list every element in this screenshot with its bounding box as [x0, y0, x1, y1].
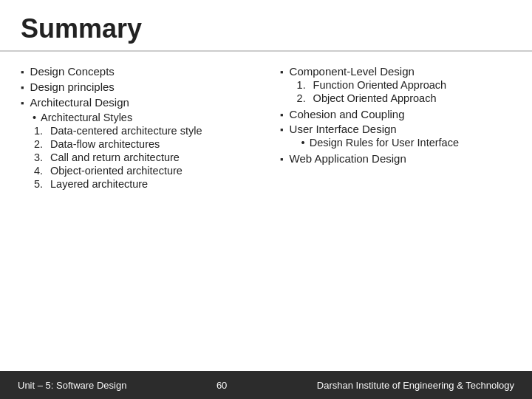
footer-institute-name: Darshan Institute of Engineering & Techn… — [317, 380, 514, 391]
number-label: 1. — [297, 79, 313, 91]
number-label: 4. — [34, 165, 50, 177]
architectural-sub-list: • Architectural Styles — [21, 112, 258, 123]
ui-sub-item: • Design Rules for User Interface — [301, 137, 459, 149]
list-item-architectural-design: ▪ Architectural Design — [21, 96, 258, 109]
slide-header: Summary — [0, 0, 532, 52]
numbered-item-1: 1. Data-centered architecture style — [34, 125, 258, 137]
number-label: 1. — [34, 125, 50, 137]
list-item-component-level: ▪ Component-Level Design 1. Function Ori… — [280, 65, 517, 106]
slide-footer: Unit – 5: Software Design 60 Darshan Ins… — [0, 371, 532, 399]
ui-design-label: User Interface Design — [290, 123, 397, 135]
item-text: Data-flow architectures — [50, 138, 160, 150]
item-label: Web Application Design — [290, 152, 406, 165]
item-text: Function Oriented Approach — [313, 79, 447, 91]
list-item-design-concepts: ▪ Design Concepts — [21, 65, 258, 78]
numbered-item-4: 4. Object-oriented architecture — [34, 165, 258, 177]
left-top-list: ▪ Design Concepts ▪ Design principles ▪ … — [21, 65, 258, 109]
bullet-icon: ▪ — [280, 154, 284, 165]
slide-content: ▪ Design Concepts ▪ Design principles ▪ … — [0, 52, 532, 371]
bullet-icon: ▪ — [21, 82, 24, 93]
bullet-icon: ▪ — [21, 66, 24, 78]
component-numbered-list: 1. Function Oriented Approach 2. Object … — [290, 79, 447, 104]
ui-sub-list: • Design Rules for User Interface — [290, 137, 459, 149]
right-numbered-1: 1. Function Oriented Approach — [297, 79, 447, 91]
item-text: Object Oriented Approach — [313, 92, 437, 104]
item-label: Architectural Design — [30, 96, 129, 109]
numbered-item-3: 3. Call and return architecture — [34, 151, 258, 163]
bullet-icon: ▪ — [280, 66, 284, 78]
number-label: 3. — [34, 151, 50, 163]
item-text: Object-oriented architecture — [50, 165, 183, 177]
dot-icon: • — [301, 137, 305, 149]
numbered-item-5: 5. Layered architecture — [34, 178, 258, 190]
number-label: 5. — [34, 178, 50, 190]
footer-page-number: 60 — [216, 380, 227, 391]
footer-left-text: Unit – 5: Software Design — [18, 380, 126, 391]
slide-title: Summary — [21, 13, 511, 44]
list-item-cohesion: ▪ Cohesion and Coupling — [280, 108, 517, 120]
ui-design-block: User Interface Design • Design Rules for… — [290, 123, 459, 150]
right-top-list: ▪ Component-Level Design 1. Function Ori… — [280, 65, 517, 165]
component-level-label: Component-Level Design — [290, 65, 415, 78]
right-column: ▪ Component-Level Design 1. Function Ori… — [273, 65, 517, 371]
item-label: Design Concepts — [30, 65, 115, 78]
bullet-icon: ▪ — [280, 109, 284, 120]
bullet-icon: ▪ — [21, 98, 24, 109]
sub-item-styles: • Architectural Styles — [33, 112, 258, 123]
number-label: 2. — [34, 138, 50, 150]
list-item-ui-design: ▪ User Interface Design • Design Rules f… — [280, 123, 517, 150]
component-level-block: Component-Level Design 1. Function Orien… — [290, 65, 447, 106]
bullet-icon: ▪ — [280, 124, 284, 135]
item-text: Layered architecture — [50, 178, 148, 190]
list-item-design-principles: ▪ Design principles — [21, 81, 258, 93]
left-column: ▪ Design Concepts ▪ Design principles ▪ … — [21, 65, 265, 371]
right-numbered-2: 2. Object Oriented Approach — [297, 92, 447, 104]
number-label: 2. — [297, 92, 313, 104]
item-text: Call and return architecture — [50, 151, 180, 163]
list-item-web: ▪ Web Application Design — [280, 152, 517, 165]
item-label: Cohesion and Coupling — [290, 108, 405, 120]
architecture-numbered-list: 1. Data-centered architecture style 2. D… — [21, 125, 258, 190]
item-text: Data-centered architecture style — [50, 125, 202, 137]
item-label: Design principles — [30, 81, 115, 93]
slide: Summary ▪ Design Concepts ▪ Design princ… — [0, 0, 532, 399]
numbered-item-2: 2. Data-flow architectures — [34, 138, 258, 150]
ui-sub-label: Design Rules for User Interface — [310, 137, 459, 149]
sub-item-label: Architectural Styles — [41, 112, 132, 123]
dot-icon: • — [33, 112, 36, 123]
